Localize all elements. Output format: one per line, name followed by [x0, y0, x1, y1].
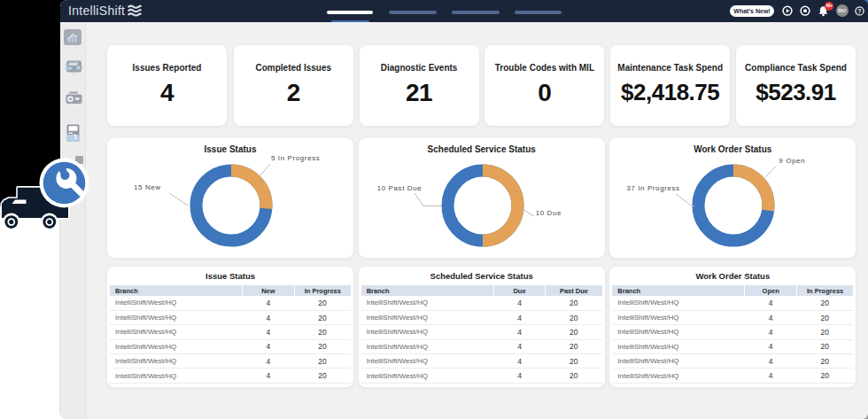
svg-text:?: ?: [858, 8, 862, 14]
